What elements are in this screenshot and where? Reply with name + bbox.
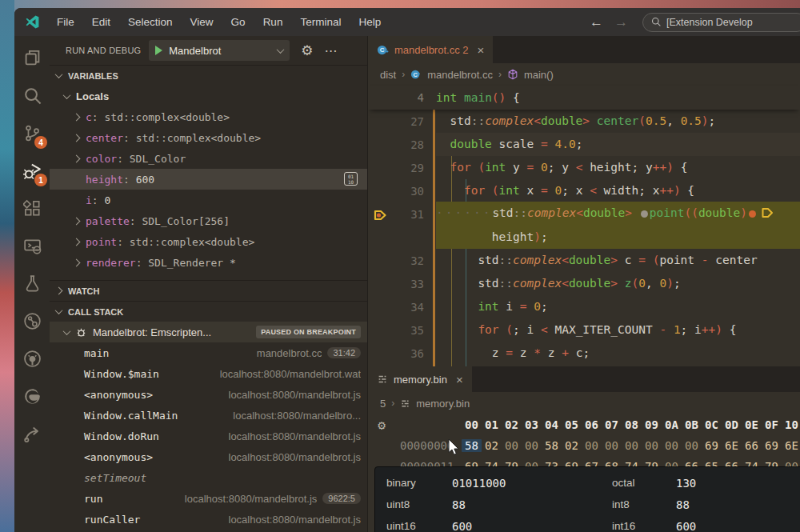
hex-byte[interactable]: 6E — [782, 439, 800, 452]
tab-memory-bin[interactable]: memory.bin × — [368, 366, 472, 392]
hex-byte[interactable]: 02 — [482, 439, 502, 452]
code-line-29[interactable]: 29 for (int y = 0; y < height; y++) { — [368, 156, 800, 179]
hex-byte[interactable]: 00 — [622, 439, 642, 452]
command-center-search[interactable]: [Extension Develop — [642, 13, 800, 32]
code-area[interactable]: 27 std::complex<double> center(0.5, 0.5)… — [368, 110, 800, 366]
stack-frame[interactable]: Window.$mainlocalhost:8080/mandelbrot.wa… — [50, 363, 367, 384]
line-number[interactable]: 35 — [368, 324, 436, 337]
variable-row-point[interactable]: point: std::complex<double> — [50, 231, 367, 252]
back-arrow-icon[interactable]: ← — [590, 14, 603, 30]
line-number[interactable]: 29 — [368, 162, 436, 174]
menu-item-selection[interactable]: Selection — [119, 8, 182, 36]
code-line-36[interactable]: 36 z = z * z + c; — [368, 342, 800, 365]
stack-frame[interactable]: mainmandelbrot.cc31:42 — [50, 342, 367, 363]
line-number[interactable]: 34 — [368, 301, 436, 314]
line-number[interactable]: 32 — [368, 254, 436, 267]
activity-source-control-icon[interactable]: 4 — [14, 114, 50, 152]
close-tab-icon[interactable]: × — [478, 43, 485, 57]
menu-item-go[interactable]: Go — [222, 8, 254, 36]
hex-byte[interactable]: 00 — [642, 439, 662, 452]
menu-item-run[interactable]: Run — [254, 8, 292, 36]
watch-section-header[interactable]: WATCH — [50, 280, 367, 301]
line-number[interactable]: 36 — [368, 347, 436, 360]
activity-testing-icon[interactable] — [14, 265, 50, 302]
variable-row-palette[interactable]: palette: SDL_Color[256] — [50, 210, 367, 231]
line-number[interactable]: 33 — [368, 278, 436, 290]
hex-byte[interactable]: 58 — [542, 439, 562, 452]
menu-item-terminal[interactable]: Terminal — [291, 8, 350, 36]
menu-item-view[interactable]: View — [182, 8, 222, 36]
hex-byte[interactable]: 02 — [562, 439, 582, 452]
breadcrumb-item[interactable]: 5 — [380, 398, 386, 410]
activity-remote-explorer-icon[interactable] — [14, 227, 50, 265]
variables-section-header[interactable]: VARIABLES — [50, 65, 367, 86]
variable-row-color[interactable]: color: SDL_Color — [50, 148, 367, 169]
breadcrumb-item[interactable]: main() — [524, 69, 554, 81]
hex-byte[interactable]: 69 — [702, 439, 722, 452]
sticky-scroll-line[interactable]: 4 int main() { — [368, 86, 800, 110]
code-line-wrap[interactable]: height); — [368, 226, 800, 249]
stack-frame[interactable]: <anonymous>localhost:8080/mandelbrot.js — [50, 384, 367, 405]
call-stack-section-header[interactable]: CALL STACK — [50, 301, 367, 322]
activity-search-icon[interactable] — [14, 77, 50, 114]
forward-arrow-icon[interactable]: → — [614, 14, 628, 30]
hex-byte[interactable]: 58 — [462, 439, 482, 452]
hex-byte[interactable]: 00 — [662, 439, 682, 452]
stack-frame[interactable]: setTimeout — [50, 467, 367, 488]
variable-row-center[interactable]: center: std::complex<double> — [50, 127, 367, 148]
hex-byte[interactable]: 00 — [502, 439, 522, 452]
stack-frame[interactable]: runCallerlocalhost:8080/mandelbrot.js — [50, 509, 367, 530]
breadcrumb-item[interactable]: memory.bin — [416, 398, 470, 410]
binary-inspector-icon[interactable]: 0110 — [344, 172, 358, 186]
close-tab-icon[interactable]: × — [456, 373, 463, 386]
code-line-27[interactable]: 27 std::complex<double> center(0.5, 0.5)… — [368, 110, 800, 133]
stack-frame[interactable]: Window.callMainlocalhost:8080/mandelbro.… — [50, 405, 367, 426]
hex-byte[interactable]: 69 — [762, 439, 782, 452]
locals-scope-row[interactable]: Locals — [50, 86, 367, 106]
code-line-35[interactable]: 35 for (; i < MAX_ITER_COUNT - 1; i++) { — [368, 318, 800, 342]
hex-byte[interactable]: 00 — [522, 439, 542, 452]
code-line-30[interactable]: 30 for (int x = 0; x < width; x++) { — [368, 179, 800, 202]
stack-frame[interactable]: Window.doRunlocalhost:8080/mandelbrot.js — [50, 426, 367, 446]
code-line-33[interactable]: 33 std::complex<double> z(0, 0); — [368, 272, 800, 295]
hex-byte[interactable]: 00 — [602, 439, 622, 452]
code-line-28[interactable]: 28 double scale = 4.0; — [368, 133, 800, 156]
variable-row-i[interactable]: i: 0 — [50, 190, 367, 210]
activity-github-icon[interactable] — [14, 340, 50, 378]
menu-item-help[interactable]: Help — [350, 8, 390, 36]
activity-run-and-debug-icon[interactable]: 1 — [14, 152, 50, 190]
code-line-31[interactable]: 31······std::complex<double> point((doub… — [368, 202, 800, 226]
debug-session-row[interactable]: Mandelbrot: Emscripten... PAUSED ON BREA… — [50, 322, 367, 342]
line-number[interactable]: 31 — [368, 208, 436, 221]
activity-files-icon[interactable] — [14, 39, 50, 77]
variable-row-c[interactable]: c: std::complex<double> — [50, 106, 367, 127]
inline-breakpoint-dot-gray[interactable] — [641, 210, 648, 218]
hex-byte[interactable]: 66 — [742, 439, 762, 452]
stack-frame[interactable]: <anonymous>localhost:8080/mandelbrot.js — [50, 446, 367, 467]
stack-frame[interactable]: runlocalhost:8080/mandelbrot.js9622:5 — [50, 488, 367, 509]
code-line-32[interactable]: 32 std::complex<double> c = (point - cen… — [368, 249, 800, 272]
debug-settings-gear-icon[interactable]: ⚙ — [301, 42, 313, 59]
code-line-34[interactable]: 34 int i = 0; — [368, 295, 800, 318]
hex-byte[interactable]: 00 — [582, 439, 602, 452]
launch-config-dropdown[interactable]: Mandelbrot — [149, 40, 290, 61]
breadcrumb-item[interactable]: dist — [380, 69, 396, 81]
line-number[interactable]: 27 — [368, 115, 436, 128]
activity-simulator-icon[interactable] — [14, 302, 50, 340]
activity-live-share-icon[interactable] — [14, 415, 50, 453]
activity-edge-browser-icon[interactable] — [14, 378, 50, 415]
inline-breakpoint-dot-orange[interactable] — [749, 210, 756, 218]
line-number[interactable]: 28 — [368, 138, 436, 151]
hex-byte[interactable]: 6E — [722, 439, 742, 452]
variable-row-height[interactable]: height: 6000110 — [50, 169, 367, 190]
activity-extensions-icon[interactable] — [14, 190, 50, 227]
start-debug-icon[interactable] — [155, 46, 162, 55]
hex-settings-gear-icon[interactable]: ⚙ — [368, 418, 395, 433]
menu-item-edit[interactable]: Edit — [83, 8, 119, 36]
line-number[interactable]: 30 — [368, 185, 436, 198]
hex-byte[interactable]: 00 — [682, 439, 702, 452]
breadcrumb-item[interactable]: mandelbrot.cc — [427, 69, 493, 81]
variable-row-renderer[interactable]: renderer: SDL_Renderer * — [50, 252, 367, 273]
menu-item-file[interactable]: File — [48, 8, 83, 36]
breakpoint-current-position-icon[interactable] — [374, 209, 387, 224]
